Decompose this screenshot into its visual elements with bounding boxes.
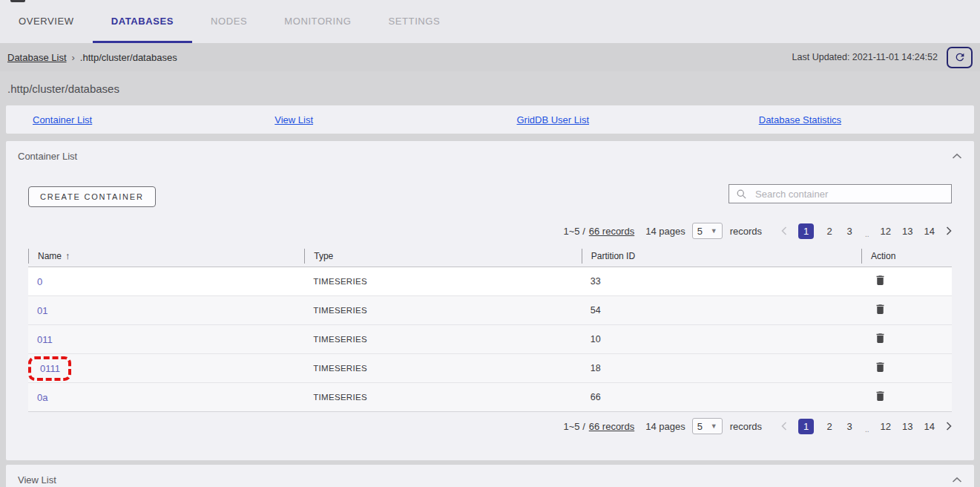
view-list-header: View List bbox=[6, 465, 974, 486]
cell-type: TIMESERIES bbox=[304, 335, 582, 344]
page-button-13[interactable]: 13 bbox=[902, 421, 912, 432]
quick-link-container-list[interactable]: Container List bbox=[33, 114, 92, 125]
container-name-link[interactable]: 0 bbox=[37, 276, 42, 287]
table-header-row: Name ↑ Type Partition ID Action bbox=[28, 245, 952, 267]
page-button-12[interactable]: 12 bbox=[881, 226, 891, 237]
pages-count-text: 14 pages bbox=[645, 226, 685, 237]
cell-partition-id: 10 bbox=[582, 334, 861, 344]
column-label: Action bbox=[871, 251, 895, 261]
page-button-14[interactable]: 14 bbox=[924, 226, 935, 237]
trash-icon[interactable] bbox=[874, 331, 887, 345]
search-icon bbox=[736, 189, 747, 200]
records-suffix-text: records bbox=[730, 421, 762, 432]
cell-partition-id: 54 bbox=[582, 305, 861, 316]
page-button-13[interactable]: 13 bbox=[902, 226, 912, 237]
container-table: Name ↑ Type Partition ID Action 0TIMESER… bbox=[28, 245, 952, 412]
sort-asc-icon: ↑ bbox=[65, 250, 70, 261]
container-name-link[interactable]: 0111 bbox=[40, 363, 60, 374]
cell-partition-id: 18 bbox=[582, 363, 861, 373]
page-number-list: 123..121314 bbox=[781, 223, 952, 239]
cell-partition-id: 33 bbox=[582, 276, 861, 287]
breadcrumb-bar: Database List › .http/cluster/databases … bbox=[0, 43, 980, 71]
page-button-2[interactable]: 2 bbox=[825, 226, 834, 237]
tab-databases[interactable]: DATABASES bbox=[93, 1, 192, 43]
chevron-left-icon[interactable] bbox=[781, 422, 787, 431]
page-button-3[interactable]: 3 bbox=[845, 226, 854, 237]
cell-action bbox=[861, 302, 952, 318]
trash-icon[interactable] bbox=[874, 360, 887, 374]
breadcrumb-link-database-list[interactable]: Database List bbox=[7, 52, 67, 63]
cell-action bbox=[861, 331, 952, 347]
page-size-select[interactable]: 5▼ bbox=[692, 418, 723, 434]
pagination-top: 1~5 /66 records14 pages5▼records123..121… bbox=[28, 223, 952, 239]
column-header-type[interactable]: Type bbox=[304, 249, 582, 264]
tab-overview[interactable]: OVERVIEW bbox=[0, 1, 93, 43]
page-button-3[interactable]: 3 bbox=[845, 421, 854, 432]
chevron-right-icon[interactable] bbox=[946, 422, 952, 431]
records-count-link[interactable]: 66 records bbox=[589, 421, 634, 432]
page-title-row: .http/cluster/databases bbox=[0, 71, 980, 105]
cell-action bbox=[861, 360, 952, 376]
page-button-2[interactable]: 2 bbox=[825, 421, 834, 432]
table-row: 0aTIMESERIES66 bbox=[28, 383, 952, 412]
cell-partition-id: 66 bbox=[582, 392, 861, 402]
breadcrumb-current: .http/cluster/databases bbox=[80, 52, 177, 63]
breadcrumb-separator-icon: › bbox=[72, 52, 75, 63]
cell-type: TIMESERIES bbox=[304, 277, 582, 286]
table-body: 0TIMESERIES3301TIMESERIES54011TIMESERIES… bbox=[28, 267, 952, 412]
cell-name: 0111 bbox=[28, 363, 304, 374]
cell-action bbox=[861, 273, 952, 290]
tab-settings[interactable]: SETTINGS bbox=[370, 1, 459, 43]
logo-partial bbox=[10, 0, 25, 2]
cell-name: 0 bbox=[28, 276, 304, 287]
page-button-1[interactable]: 1 bbox=[798, 419, 814, 434]
table-row: 011TIMESERIES10 bbox=[28, 325, 952, 354]
refresh-icon bbox=[954, 51, 966, 63]
container-list-title: Container List bbox=[18, 151, 77, 162]
chevron-down-icon: ▼ bbox=[711, 422, 717, 430]
record-range-text: 1~5 / bbox=[563, 421, 585, 432]
cell-type: TIMESERIES bbox=[304, 364, 582, 373]
quick-link-griddb-user-list[interactable]: GridDB User List bbox=[517, 114, 590, 125]
page-button-1[interactable]: 1 bbox=[798, 223, 814, 239]
tab-monitoring[interactable]: MONITORING bbox=[266, 1, 369, 43]
page-button-14[interactable]: 14 bbox=[924, 421, 935, 432]
cell-action bbox=[861, 389, 952, 405]
trash-icon[interactable] bbox=[874, 389, 887, 403]
column-header-partition-id[interactable]: Partition ID bbox=[582, 249, 861, 264]
column-label: Name bbox=[38, 251, 62, 261]
page-size-select[interactable]: 5▼ bbox=[692, 223, 723, 239]
records-suffix-text: records bbox=[730, 226, 762, 237]
table-row: 0TIMESERIES33 bbox=[28, 267, 952, 296]
chevron-right-icon[interactable] bbox=[946, 226, 952, 235]
view-list-title: View List bbox=[18, 474, 56, 486]
tab-bar: OVERVIEWDATABASESNODESMONITORINGSETTINGS bbox=[0, 0, 980, 43]
last-updated-text: Last Updated: 2021-11-01 14:24:52 bbox=[792, 52, 938, 62]
container-name-link[interactable]: 0a bbox=[37, 392, 47, 403]
records-count-link[interactable]: 66 records bbox=[589, 226, 634, 237]
container-name-link[interactable]: 011 bbox=[37, 334, 53, 345]
container-name-link[interactable]: 01 bbox=[37, 305, 47, 316]
chevron-up-icon[interactable] bbox=[952, 153, 962, 160]
chevron-down-icon: ▼ bbox=[711, 227, 717, 235]
trash-icon[interactable] bbox=[874, 302, 887, 316]
pages-count-text: 14 pages bbox=[645, 421, 685, 432]
page-button-12[interactable]: 12 bbox=[881, 421, 891, 432]
container-list-panel: Container List CREATE CONTAINER 1~5 /66 … bbox=[6, 141, 974, 460]
column-header-name[interactable]: Name ↑ bbox=[28, 249, 304, 264]
tab-nodes[interactable]: NODES bbox=[192, 1, 266, 43]
create-container-button[interactable]: CREATE CONTAINER bbox=[28, 186, 156, 207]
search-container-box bbox=[729, 184, 952, 203]
quick-links-bar: Container ListView ListGridDB User ListD… bbox=[6, 105, 974, 134]
page-number-list: 123..121314 bbox=[781, 419, 952, 434]
quick-link-database-statistics[interactable]: Database Statistics bbox=[759, 114, 841, 125]
column-header-action: Action bbox=[861, 249, 952, 264]
record-range-text: 1~5 / bbox=[563, 226, 585, 237]
page-size-value: 5 bbox=[697, 226, 703, 237]
trash-icon[interactable] bbox=[874, 273, 887, 287]
search-input[interactable] bbox=[754, 188, 944, 200]
chevron-up-icon[interactable] bbox=[952, 477, 962, 483]
refresh-button[interactable] bbox=[947, 47, 973, 68]
chevron-left-icon[interactable] bbox=[781, 226, 787, 235]
quick-link-view-list[interactable]: View List bbox=[274, 114, 313, 125]
